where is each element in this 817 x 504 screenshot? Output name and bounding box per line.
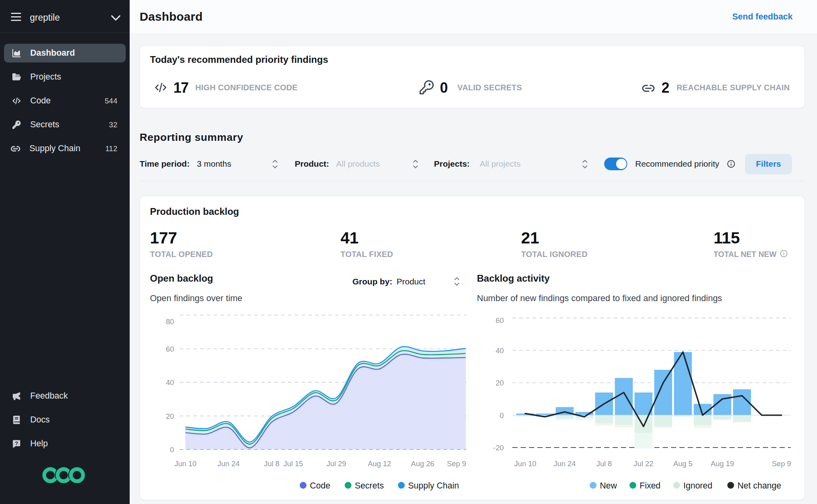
svg-text:Jun 24: Jun 24 — [218, 459, 240, 468]
svg-text:Jul 29: Jul 29 — [327, 459, 346, 468]
svg-text:Secrets: Secrets — [355, 481, 384, 490]
svg-text:0: 0 — [170, 446, 174, 454]
svg-text:Fixed: Fixed — [640, 481, 661, 490]
svg-text:Sep 9: Sep 9 — [447, 459, 466, 468]
svg-text:Jul 8: Jul 8 — [264, 459, 279, 468]
svg-text:60: 60 — [166, 345, 174, 353]
svg-text:?: ? — [15, 440, 18, 446]
svg-text:Jul 22: Jul 22 — [634, 459, 653, 468]
svg-text:Aug 19: Aug 19 — [711, 459, 734, 468]
svg-text:60: 60 — [496, 316, 504, 325]
svg-text:0: 0 — [500, 411, 504, 420]
svg-text:Jul 8: Jul 8 — [596, 459, 612, 468]
svg-text:Aug 26: Aug 26 — [411, 459, 434, 468]
svg-text:40: 40 — [166, 378, 174, 387]
svg-text:New: New — [600, 481, 617, 490]
svg-text:Code: Code — [310, 481, 330, 490]
svg-text:Jul 15: Jul 15 — [284, 459, 303, 468]
svg-text:Jun 24: Jun 24 — [554, 459, 576, 468]
svg-text:Aug 12: Aug 12 — [368, 459, 391, 468]
svg-text:Supply Chain: Supply Chain — [408, 481, 459, 490]
svg-text:80: 80 — [166, 317, 174, 326]
svg-text:-20: -20 — [493, 444, 504, 452]
svg-text:20: 20 — [166, 412, 174, 420]
svg-text:Jun 10: Jun 10 — [174, 459, 196, 468]
svg-text:Ignored: Ignored — [683, 481, 712, 490]
svg-text:Net change: Net change — [737, 481, 781, 490]
svg-text:Sep 9: Sep 9 — [772, 459, 791, 468]
svg-text:Jun 10: Jun 10 — [514, 459, 537, 468]
svg-text:Aug 5: Aug 5 — [673, 459, 693, 468]
svg-text:20: 20 — [496, 379, 504, 387]
svg-text:40: 40 — [496, 346, 504, 355]
